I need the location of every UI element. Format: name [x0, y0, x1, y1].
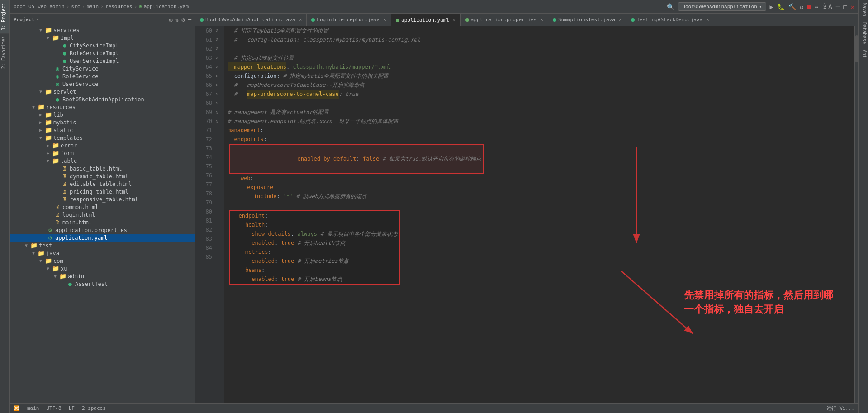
tree-label: lib — [53, 112, 63, 118]
tree-item-table[interactable]: ▼ 📁 table — [10, 157, 195, 165]
close-icon[interactable]: × — [299, 17, 302, 23]
tree-item-servlet[interactable]: ▼ 📁 servlet — [10, 88, 195, 95]
folder-icon: 📁 — [52, 34, 60, 41]
tree-label: dynamic_table.html — [70, 173, 128, 180]
maven-tab[interactable]: Maven — [859, 0, 868, 19]
tree-item-static[interactable]: ▶ 📁 static — [10, 126, 195, 134]
gutter-line: ⊙ — [216, 62, 224, 71]
tree-item-cityserviceimpl[interactable]: ● CityServiceImpl — [10, 42, 195, 49]
tree-item-impl[interactable]: ▼ 📁 Impl — [10, 34, 195, 42]
sidebar-dropdown-arrow[interactable]: ▾ — [36, 17, 39, 23]
tree-item-roleservice[interactable]: ◉ RoleService — [10, 72, 195, 80]
tree-item-responsive-table[interactable]: 🗎 responsive_table.html — [10, 195, 195, 203]
project-panel-tab[interactable]: 1: Project — [0, 0, 9, 33]
code-editor[interactable]: 60 61 62 63 64 65 66 67 68 69 70 71 72 7… — [195, 26, 858, 403]
favorites-panel-tab[interactable]: 2: Favorites — [0, 33, 9, 71]
tree-item-pricing-table[interactable]: 🗎 pricing_table.html — [10, 188, 195, 195]
close-icon[interactable]: × — [706, 17, 709, 23]
app-window: 1: Project 2: Favorites boot-05-web-admi… — [0, 0, 868, 413]
tree-item-dynamic-table[interactable]: 🗎 dynamic_table.html — [10, 172, 195, 180]
close-icon[interactable]: ✕ — [851, 3, 854, 10]
sidebar-header: Project ▾ ◎ ⇅ ⚙ ─ — [10, 14, 195, 26]
build-icon[interactable]: 🔨 — [788, 3, 796, 10]
right-tool-strip: Maven Database Ant — [858, 0, 868, 413]
editor-main: Project ▾ ◎ ⇅ ⚙ ─ ▼ 📁 services — [10, 14, 858, 403]
tree-item-services[interactable]: ▼ 📁 services — [10, 26, 195, 34]
folder-icon: 📁 — [44, 257, 52, 264]
tree-item-boot05webadmin[interactable]: ● Boot05WebAdminApplication — [10, 95, 195, 103]
sidebar-expand-icon[interactable]: ⇅ — [175, 16, 179, 23]
tree-item-xu[interactable]: ▼ 📁 xu — [10, 265, 195, 272]
close-icon[interactable]: × — [383, 17, 386, 23]
tree-item-roleserviceimpl[interactable]: ● RoleServiceImpl — [10, 49, 195, 57]
tree-item-mybatis[interactable]: ▶ 📁 mybatis — [10, 119, 195, 126]
sidebar-settings-icon[interactable]: ⚙ — [181, 16, 185, 23]
tab-boot05[interactable]: Boot05WebAdminApplication.java × — [195, 14, 307, 26]
tree-item-form[interactable]: ▶ 📁 form — [10, 149, 195, 157]
java-icon: ● — [53, 96, 62, 103]
colon: : — [265, 211, 268, 220]
tree-item-app-properties[interactable]: ⚙ application.properties — [10, 226, 195, 234]
tree-item-userserviceimpl[interactable]: ● UserServiceImpl — [10, 57, 195, 65]
tree-label: application.yaml — [55, 235, 108, 241]
scrollbar-thumb[interactable] — [855, 35, 858, 62]
comment: # config-location: classpath:mybatis/myb… — [228, 35, 420, 44]
gutter-line: ⊙ — [216, 44, 224, 53]
sidebar-locate-icon[interactable]: ◎ — [169, 16, 173, 23]
tree-item-asserttest[interactable]: ● AssertTest — [10, 280, 195, 288]
app-name-dropdown[interactable]: Boot05WebAdminApplication ▾ — [678, 2, 766, 11]
tree-item-com[interactable]: ▼ 📁 com — [10, 257, 195, 265]
minimize-icon[interactable]: ─ — [836, 3, 840, 10]
translate-icon[interactable]: 文A — [822, 3, 832, 11]
vertical-scrollbar[interactable] — [854, 26, 858, 403]
ant-tab[interactable]: Ant — [859, 47, 868, 61]
folder-icon: 📁 — [52, 265, 60, 272]
arrow-right: ▶ — [37, 112, 44, 117]
tab-logininterceptor[interactable]: LoginInterceptor.java × — [307, 14, 391, 26]
left-tool-strip: 1: Project 2: Favorites — [0, 0, 10, 413]
sidebar-minimize-icon[interactable]: ─ — [188, 16, 191, 23]
tree-item-error[interactable]: ▶ 📁 error — [10, 142, 195, 149]
close-icon[interactable]: × — [619, 17, 622, 23]
tree-item-app-yaml[interactable]: ⚙ application.yaml — [10, 234, 195, 242]
stop-icon[interactable]: ■ — [807, 3, 811, 10]
comment: # management 是所有actuator的配置 — [228, 108, 329, 117]
tree-item-main-html[interactable]: 🗎 main.html — [10, 218, 195, 226]
tree-item-test[interactable]: ▼ 📁 test — [10, 242, 195, 249]
indent — [232, 220, 245, 229]
sync-icon[interactable]: ↺ — [800, 3, 803, 10]
database-tab[interactable]: Database — [859, 19, 868, 47]
close-icon[interactable]: × — [540, 17, 543, 23]
tab-summptions[interactable]: SummptionsTest.java × — [548, 14, 626, 26]
debug-icon[interactable]: 🐛 — [777, 3, 785, 10]
key: endpoints — [234, 135, 263, 144]
tab-testingstackdemo[interactable]: TestingAStackDemo.java × — [626, 14, 714, 26]
search-icon[interactable]: 🔍 — [667, 3, 674, 10]
run-icon[interactable]: ▶ — [770, 3, 773, 10]
more-icon[interactable]: ⋯ — [815, 3, 818, 10]
tree-item-test-java[interactable]: ▼ 📁 java — [10, 249, 195, 257]
gutter-line: ⊙ — [216, 35, 224, 44]
tree-item-lib[interactable]: ▶ 📁 lib — [10, 111, 195, 119]
close-icon[interactable]: × — [453, 17, 456, 23]
gutter: ⊙ ⊙ ⊙ ⊙ ⊙ ⊙ ⊙ — [216, 26, 224, 403]
tree-item-resources[interactable]: ▼ 📁 resources — [10, 103, 195, 111]
git-branch: main — [27, 405, 39, 411]
folder-icon: 📁 — [44, 88, 52, 95]
tab-application-yaml[interactable]: application.yaml × — [391, 14, 461, 26]
tree-label: java — [46, 250, 59, 256]
html-icon: 🗎 — [53, 204, 62, 210]
tree-item-editable-table[interactable]: 🗎 editable_table.html — [10, 180, 195, 188]
tree-item-login-html[interactable]: 🗎 login.html — [10, 211, 195, 218]
tree-item-common-html[interactable]: 🗎 common.html — [10, 203, 195, 211]
tab-label: application.yaml — [401, 17, 449, 23]
tree-label: application.properties — [55, 227, 127, 233]
tree-item-basic-table[interactable]: 🗎 basic_table.html — [10, 165, 195, 172]
indent — [285, 156, 298, 162]
tree-item-templates[interactable]: ▼ 📁 templates — [10, 134, 195, 142]
tree-item-cityservice[interactable]: ◉ CityService — [10, 65, 195, 72]
tab-application-properties[interactable]: application.properties × — [461, 14, 548, 26]
tree-item-admin[interactable]: ▼ 📁 admin — [10, 272, 195, 280]
tree-item-userservice[interactable]: ◉ UserService — [10, 80, 195, 88]
maximize-icon[interactable]: □ — [843, 3, 847, 10]
